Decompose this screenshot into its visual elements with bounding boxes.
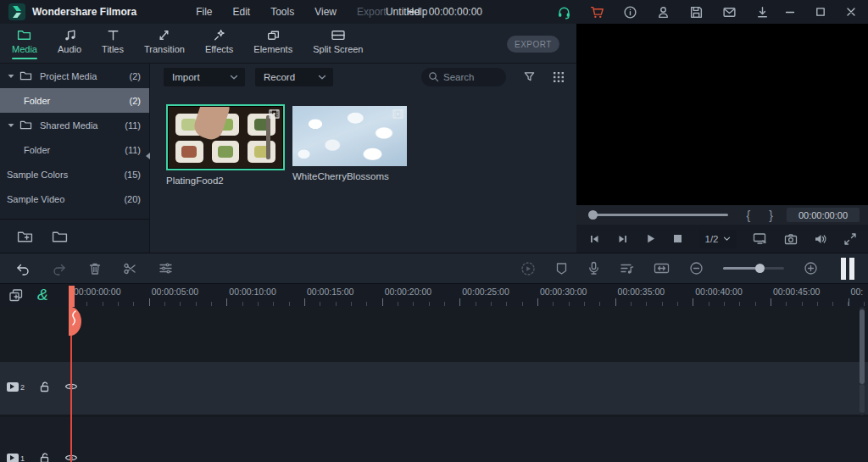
mail-icon[interactable] [722,5,737,19]
preview-scrub-bar: { } 00:00:00:00 [576,205,868,225]
seek-slider[interactable] [590,214,728,216]
menu-edit[interactable]: Edit [232,6,250,18]
play-button[interactable] [645,233,656,244]
close-button[interactable] [846,7,856,17]
seek-slider-handle[interactable] [588,210,598,220]
sidebar-item-folder[interactable]: Folder (11) [0,137,149,162]
search-input[interactable]: Search [421,68,506,86]
tab-media[interactable]: Media [12,29,37,59]
caret-down-icon[interactable] [7,72,15,81]
undo-button[interactable] [15,262,31,276]
support-headset-icon[interactable] [557,5,571,19]
ruler-label: 00:00:40:00 [693,284,771,297]
media-folder-icon [17,29,31,42]
store-cart-icon[interactable] [590,5,604,19]
minimize-button[interactable] [785,7,795,17]
elements-layers-icon [266,29,281,42]
playback-quality-dropdown[interactable]: 1/2 [699,230,737,248]
audio-mixer-button[interactable] [620,262,634,276]
sidebar-item-project-media[interactable]: Project Media (2) [0,64,149,88]
chevron-down-icon [230,74,238,81]
ruler-label: 00: [849,284,868,297]
sidebar-item-sample-colors[interactable]: Sample Colors (15) [0,162,149,186]
menu-help[interactable]: Help [407,6,428,18]
media-item-whitecherryblossoms[interactable]: WhiteCherryBlossoms [292,106,407,181]
timeline-tracks-area[interactable]: 2 1 [0,307,868,462]
lock-track-icon[interactable] [39,452,50,462]
download-icon[interactable] [755,5,770,19]
pause-bars-icon[interactable] [841,258,854,280]
media-item-platingfood2[interactable]: PlatingFood2 [166,104,285,186]
previous-frame-button[interactable] [588,233,600,245]
sidebar-item-folder-selected[interactable]: Folder (2) [0,88,149,113]
folder-icon [19,70,32,81]
split-scissors-button[interactable] [123,262,137,276]
zoom-in-button[interactable] [804,261,818,276]
zoom-out-button[interactable] [689,261,704,276]
voiceover-mic-button[interactable] [587,261,600,276]
tab-transition[interactable]: Transition [144,29,185,59]
menu-export: Export [357,6,387,18]
new-folder-button[interactable] [17,230,33,243]
video-track-1[interactable]: 1 [0,417,868,462]
tab-audio[interactable]: Audio [58,29,81,59]
maximize-button[interactable] [815,7,826,17]
track-2-header: 2 [7,381,78,392]
redo-button[interactable] [52,262,67,276]
split-screen-icon [331,29,346,42]
brand-name: Wondershare Filmora [32,6,136,18]
mark-in-button[interactable]: { [747,209,751,222]
fit-timeline-button[interactable] [654,262,670,275]
mark-out-button[interactable]: } [769,209,773,222]
account-user-icon[interactable] [656,5,670,19]
adjust-properties-button[interactable] [159,262,173,275]
ruler-label: 00:00:25:00 [459,284,537,297]
menu-file[interactable]: File [196,6,212,18]
info-icon[interactable] [623,5,637,19]
delete-button[interactable] [88,262,102,276]
filter-funnel-icon[interactable] [523,70,536,83]
tab-titles[interactable]: Titles [102,29,124,59]
tab-effects[interactable]: Effects [205,29,233,59]
timeline-vertical-scrollbar[interactable] [860,307,865,415]
playhead-ruler-marker[interactable] [69,286,75,307]
export-button[interactable]: EXPORT [507,36,559,53]
scrollbar-thumb[interactable] [860,309,865,384]
preview-viewport[interactable] [576,24,868,205]
menu-view[interactable]: View [314,6,337,18]
ruler-label: 00:00:00:00 [71,284,149,297]
chevron-down-icon [723,236,731,242]
timeline-zoom-slider[interactable] [723,267,784,270]
timeline-ruler[interactable]: 00:00:00:00 00:00:05:00 00:00:10:00 00:0… [71,284,868,307]
track-type-icon: 2 [7,382,25,392]
tab-elements[interactable]: Elements [253,29,292,59]
tab-split-screen[interactable]: Split Screen [313,29,363,59]
ruler-label: 00:00:45:00 [771,284,849,297]
ruler-label: 00:00:10:00 [226,284,304,297]
lock-track-icon[interactable] [39,381,50,392]
video-clip-badge-icon [392,109,403,119]
sidebar-item-shared-media[interactable]: Shared Media (11) [0,113,149,137]
save-icon[interactable] [689,5,704,19]
auto-ripple-icon[interactable]: & [37,287,48,303]
manage-tracks-button[interactable] [8,288,24,303]
snapshot-camera-button[interactable] [784,233,798,245]
delete-folder-button[interactable] [52,230,68,243]
zoom-slider-handle[interactable] [755,264,765,273]
music-notes-icon [63,29,77,42]
detach-display-button[interactable] [753,232,767,245]
menu-tools[interactable]: Tools [270,6,294,18]
fullscreen-button[interactable] [844,233,856,245]
video-track-2[interactable]: 2 [0,362,868,415]
import-dropdown[interactable]: Import [164,68,245,86]
video-thumbnail [169,107,282,168]
view-grid-icon[interactable] [553,71,565,83]
volume-button[interactable] [814,233,827,245]
caret-down-icon[interactable] [7,121,15,130]
marker-button[interactable] [555,262,568,276]
ruler-label: 00:00:30:00 [537,284,615,297]
sidebar-item-sample-video[interactable]: Sample Video (20) [0,186,149,211]
record-dropdown[interactable]: Record [255,68,333,86]
stop-button[interactable] [673,234,682,243]
next-frame-button[interactable] [617,233,629,245]
